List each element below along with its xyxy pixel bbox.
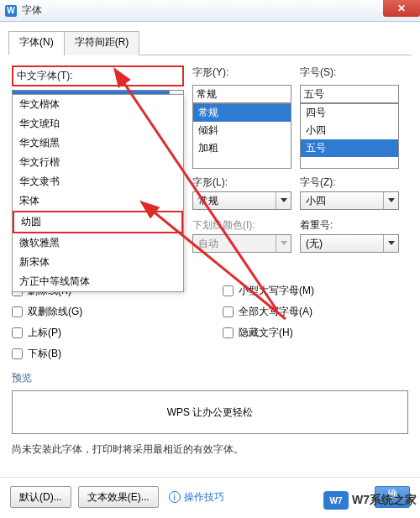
chk-dstrike-box[interactable] (12, 306, 23, 317)
style2-dd-button[interactable] (276, 192, 291, 209)
chinese-font-label: 中文字体(T): (17, 70, 73, 81)
watermark-text: W7系统之家 (352, 493, 417, 508)
info-icon: i (169, 491, 181, 503)
tab-font[interactable]: 字体(N) (8, 31, 65, 55)
chk-dstrike[interactable]: 双删除线(G) (12, 305, 197, 319)
font-opt-hwxingkai[interactable]: 华文行楷 (13, 153, 183, 172)
font-opt-msyh[interactable]: 微软雅黑 (13, 233, 183, 253)
size-opt-5[interactable]: 五号 (301, 139, 398, 157)
window-title: 字体 (22, 3, 42, 18)
tab-strip: 字体(N) 字符间距(R) (8, 30, 412, 55)
font-install-note: 尚未安装此字体，打印时将采用最相近的有效字体。 (12, 442, 408, 457)
font-opt-hwhupo[interactable]: 华文琥珀 (13, 114, 183, 133)
svg-marker-1 (281, 198, 287, 202)
close-button[interactable]: ✕ (383, 0, 420, 17)
chk-subscript[interactable]: 下标(B) (12, 347, 197, 361)
chinese-font-label-highlight: 中文字体(T): (12, 65, 184, 86)
style-opt-regular[interactable]: 常规 (193, 104, 291, 122)
preview-text: WPS 让办公更轻松 (167, 406, 254, 420)
style-listbox[interactable]: 常规 倾斜 加粗 (192, 103, 291, 169)
style2-label: 字形(L): (192, 175, 291, 190)
emphasis-dropdown[interactable]: (无) (300, 234, 399, 253)
size2-dd-button[interactable] (383, 192, 398, 209)
underline-color-dd-button (276, 235, 291, 252)
chk-hidden-box[interactable] (223, 327, 234, 338)
text-effect-button[interactable]: 文本效果(E)... (78, 486, 159, 508)
chinese-font-dropdown-list[interactable]: 华文楷体 华文琥珀 华文细黑 华文行楷 华文隶书 宋体 幼圆 微软雅黑 新宋体 … (12, 94, 184, 292)
underline-color-value: 自动 (198, 237, 218, 251)
size-opt-4[interactable]: 四号 (301, 104, 398, 122)
font-opt-hwxihei[interactable]: 华文细黑 (13, 133, 183, 153)
chk-smallcaps-box[interactable] (223, 285, 234, 296)
underline-color-dropdown: 自动 (192, 234, 291, 253)
app-icon: W (5, 5, 17, 17)
chk-hidden[interactable]: 隐藏文字(H) (223, 326, 408, 340)
style-opt-bold[interactable]: 加粗 (193, 139, 291, 157)
font-opt-songti[interactable]: 宋体 (13, 191, 183, 211)
svg-marker-5 (281, 241, 287, 245)
svg-marker-2 (388, 198, 395, 202)
style2-value: 常规 (198, 194, 218, 208)
emphasis-dd-button[interactable] (383, 235, 398, 252)
emphasis-value: (无) (306, 237, 323, 251)
size2-dropdown[interactable]: 小四 (300, 191, 399, 210)
default-button[interactable]: 默认(D)... (10, 486, 71, 508)
chk-subscript-box[interactable] (12, 348, 23, 359)
style2-dropdown[interactable]: 常规 (192, 191, 291, 210)
style-input[interactable] (192, 85, 291, 103)
font-opt-youyuan-highlight[interactable]: 幼圆 (13, 211, 183, 233)
size-label: 字号(S): (300, 65, 399, 80)
preview-section: 预览 WPS 让办公更轻松 (12, 371, 408, 434)
chk-superscript-box[interactable] (12, 327, 23, 338)
preview-title: 预览 (12, 371, 408, 385)
size-listbox[interactable]: 四号 小四 五号 (300, 103, 399, 169)
preview-box: WPS 让办公更轻松 (12, 390, 408, 434)
operation-hint-link[interactable]: i 操作技巧 (169, 490, 224, 505)
style-label: 字形(Y): (192, 65, 291, 80)
watermark-logo: W7 (323, 491, 349, 510)
font-opt-hwkaiti[interactable]: 华文楷体 (13, 95, 183, 114)
font-opt-nsong[interactable]: 新宋体 (13, 253, 183, 272)
close-icon: ✕ (397, 3, 406, 14)
emphasis-label: 着重号: (300, 218, 399, 233)
size2-value: 小四 (306, 194, 326, 208)
size2-label: 字号(Z): (300, 175, 399, 190)
size-opt-s4[interactable]: 小四 (301, 122, 398, 139)
tab-spacing[interactable]: 字符间距(R) (64, 31, 140, 55)
underline-color-label: 下划线颜色(I): (192, 218, 291, 233)
font-opt-fzzdx[interactable]: 方正中等线简体 (13, 272, 183, 291)
svg-marker-6 (388, 241, 395, 245)
style-opt-italic[interactable]: 倾斜 (193, 122, 291, 139)
watermark: W7 W7系统之家 (323, 491, 417, 510)
chk-allcaps-box[interactable] (223, 306, 234, 317)
size-input[interactable] (300, 85, 399, 103)
chk-allcaps[interactable]: 全部大写字母(A) (223, 305, 408, 319)
chk-smallcaps[interactable]: 小型大写字母(M) (223, 284, 408, 298)
titlebar: W 字体 ✕ (0, 0, 420, 22)
font-opt-hwlishu[interactable]: 华文隶书 (13, 172, 183, 191)
operation-hint-text: 操作技巧 (184, 490, 224, 505)
chk-superscript[interactable]: 上标(P) (12, 326, 197, 340)
